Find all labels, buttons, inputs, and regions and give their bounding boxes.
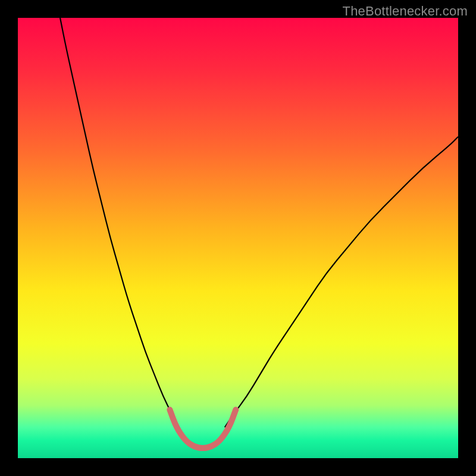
plot-area <box>18 18 458 458</box>
chart-frame: TheBottlenecker.com <box>0 0 476 476</box>
watermark-text: TheBottlenecker.com <box>343 4 468 19</box>
gradient-background <box>18 18 458 458</box>
chart-svg <box>18 18 458 458</box>
